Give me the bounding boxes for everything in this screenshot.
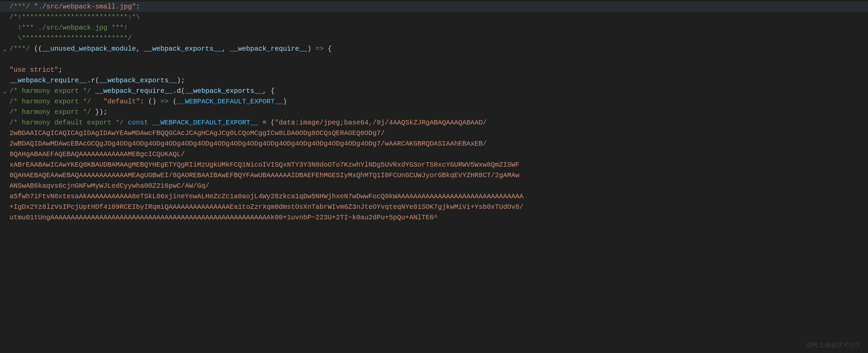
- code-content: /*!**************************!*\: [10, 12, 140, 22]
- code-line[interactable]: 2wBDAQIDAwMDAwcEBAcOCQgJDg4ODg4ODg4ODg4O…: [0, 138, 868, 149]
- code-line[interactable]: 2wBDAAICAgICAQICAgIDAgIDAwYEAwMDAwcFBQQG…: [0, 128, 868, 138]
- gutter[interactable]: ⌄: [0, 44, 10, 54]
- code-content: 8QAHAEBAQEAAwEBAQAAAAAAAAAAAAMEAgUGBwEI/…: [10, 170, 519, 181]
- code-line[interactable]: [0, 54, 868, 65]
- code-line[interactable]: /* harmony default export */ const __WEB…: [0, 117, 868, 128]
- code-line[interactable]: 8QAHAEBAQEAAwEBAQAAAAAAAAAAAAMEAgUGBwEI/…: [0, 170, 868, 181]
- code-content: a5fwh7iFtvN6xtesaAkAAAAAAAAAAA8eTSkL06xj…: [10, 191, 523, 202]
- code-content: 8QAHgABAAEFAQEBAQAAAAAAAAAAAAMEBgcICQUKA…: [10, 149, 185, 159]
- code-content: __webpack_require__.r(__webpack_exports_…: [10, 75, 185, 86]
- code-line[interactable]: +IgDx2Yz8lzVsIPcjUptHDf4109RCEIbyIRqmiQA…: [0, 202, 868, 212]
- code-line[interactable]: !*** ./src/webpack.jpg ***!: [0, 22, 868, 33]
- code-content: /* harmony default export */ const __WEB…: [10, 118, 487, 128]
- code-content: /***/ ((__unused_webpack_module, __webpa…: [10, 44, 332, 54]
- code-content: 2wBDAAICAgICAQICAgIDAgIDAwYEAwMDAwcFBQQG…: [10, 128, 385, 138]
- code-content: +IgDx2Yz8lzVsIPcjUptHDf4109RCEIbyIRqmiQA…: [10, 202, 523, 212]
- code-content: /* harmony export */ });: [10, 107, 107, 117]
- code-line[interactable]: ANSwAB6kaqvs6cjnGNFwMyWJLedCyywha00Z216p…: [0, 181, 868, 191]
- code-line[interactable]: "use strict";: [0, 65, 868, 75]
- code-line[interactable]: /***/ "./src/webpack-small.jpg":: [0, 1, 868, 12]
- code-editor[interactable]: /***/ "./src/webpack-small.jpg":/*!*****…: [0, 0, 868, 224]
- code-line[interactable]: /*!**************************!*\: [0, 12, 868, 22]
- code-line[interactable]: ⌄/* harmony export */ __webpack_require_…: [0, 86, 868, 96]
- code-content: utmu01tUngAAAAAAAAAAAAAAAAAAAAAAAAAAAAAA…: [10, 213, 438, 223]
- code-line[interactable]: \**************************/: [0, 33, 868, 44]
- code-line[interactable]: __webpack_require__.r(__webpack_exports_…: [0, 75, 868, 86]
- code-content: /* harmony export */ __webpack_require__…: [10, 86, 275, 96]
- code-line[interactable]: ⌄/***/ ((__unused_webpack_module, __webp…: [0, 44, 868, 54]
- fold-chevron-icon[interactable]: ⌄: [3, 47, 6, 52]
- code-content: /***/ "./src/webpack-small.jpg":: [10, 2, 140, 12]
- code-content: /* harmony export */ "default": () => (_…: [10, 97, 287, 107]
- fold-chevron-icon[interactable]: ⌄: [3, 89, 6, 94]
- code-line[interactable]: /* harmony export */ });: [0, 107, 868, 117]
- code-content: ANSwAB6kaqvs6cjnGNFwMyWJLedCyywha00Z216p…: [10, 181, 209, 191]
- code-content: !*** ./src/webpack.jpg ***!: [10, 23, 128, 33]
- code-line[interactable]: /* harmony export */ "default": () => (_…: [0, 96, 868, 107]
- code-line[interactable]: 8QAHgABAAEFAQEBAQAAAAAAAAAAAAMEBgcICQUKA…: [0, 149, 868, 159]
- gutter[interactable]: ⌄: [0, 86, 10, 96]
- code-content: 2wBDAQIDAwMDAwcEBAcOCQgJDg4ODg4ODg4ODg4O…: [10, 139, 487, 149]
- code-content: \**************************/: [10, 33, 132, 44]
- code-content: xABrEAABAwICAwYKEQ8KBAUDBAMAAgMEBQYHEgET…: [10, 160, 519, 170]
- code-line[interactable]: a5fwh7iFtvN6xtesaAkAAAAAAAAAAA8eTSkL06xj…: [0, 191, 868, 202]
- watermark: @稀土掘金技术社区: [806, 340, 861, 350]
- code-line[interactable]: utmu01tUngAAAAAAAAAAAAAAAAAAAAAAAAAAAAAA…: [0, 212, 868, 223]
- code-content: "use strict";: [10, 65, 63, 75]
- code-line[interactable]: xABrEAABAwICAwYKEQ8KBAUDBAMAAgMEBQYHEgET…: [0, 159, 868, 170]
